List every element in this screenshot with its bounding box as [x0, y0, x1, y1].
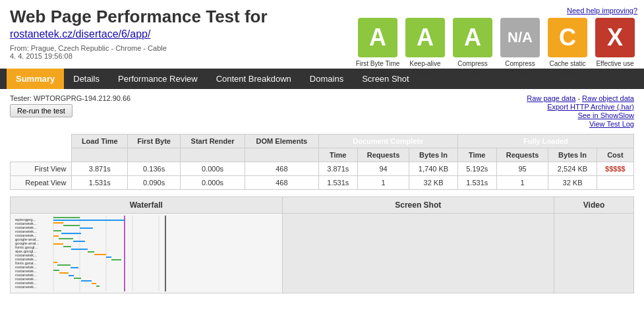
table-row: Repeat View 1.531s 0.090s 0.000s 468 1.5…: [11, 176, 634, 190]
first-view-label: First View: [11, 162, 72, 176]
nav-details[interactable]: Details: [64, 69, 109, 89]
svg-rect-28: [59, 272, 69, 274]
svg-rect-27: [53, 270, 59, 271]
video-header: Video: [554, 197, 633, 214]
svg-rect-11: [80, 227, 93, 229]
screenshot-column: Screen Shot: [283, 197, 555, 293]
svg-rect-24: [53, 262, 57, 263]
video-column: Video: [554, 197, 633, 293]
waterfall-header: Waterfall: [11, 197, 282, 214]
svg-rect-9: [53, 222, 63, 224]
col-header-start-render: Start Render: [181, 135, 245, 148]
see-showslow-link[interactable]: See in ShowSlow: [577, 111, 634, 119]
rerun-button[interactable]: Re-run the test: [10, 104, 73, 117]
table-row: First View 3.871s 0.136s 0.000s 468 3.87…: [11, 162, 634, 176]
svg-rect-12: [53, 230, 61, 231]
fl-col-requests: Requests: [496, 148, 548, 162]
first-view-fl-time: 5.192s: [457, 162, 496, 176]
repeat-view-fl-time: 1.531s: [457, 176, 496, 190]
svg-rect-13: [61, 233, 81, 234]
grade-letter-cdn: X: [595, 18, 635, 57]
view-log-link[interactable]: View Test Log: [589, 120, 634, 128]
grade-cache-static: C Cache static content: [545, 18, 590, 76]
dc-col-time: Time: [318, 148, 357, 162]
video-content: [554, 214, 633, 293]
repeat-view-first-byte: 0.090s: [128, 176, 181, 190]
first-view-fl-bytes: 2,524 KB: [548, 162, 597, 176]
svg-rect-16: [73, 241, 85, 242]
dc-col-bytes: Bytes In: [409, 148, 457, 162]
grade-letter-compress-images: N/A: [500, 18, 540, 57]
grade-label-cache-static: Cache static content: [545, 59, 590, 76]
svg-rect-7: [53, 217, 80, 218]
grades-area: Need help improving? A First Byte Time A…: [355, 7, 637, 76]
raw-page-link[interactable]: Raw page data: [527, 94, 575, 102]
tester-info: Tester: WPTORGPRG-194.212.90.66: [10, 94, 131, 102]
waterfall-chart-svg: wptorgprg... rostanetek... rostanetek...…: [14, 216, 192, 291]
svg-text:rostanetek...: rostanetek...: [15, 285, 37, 289]
tester-row: Tester: WPTORGPRG-194.212.90.66 Re-run t…: [10, 94, 634, 129]
nav-summary[interactable]: Summary: [7, 69, 64, 89]
screenshot-content: [283, 214, 554, 293]
bottom-section: Waterfall: [10, 196, 634, 293]
grade-letter-cache-static: C: [548, 18, 587, 57]
first-view-load-time: 3.871s: [72, 162, 128, 176]
col-header-load-time: Load Time: [72, 135, 128, 148]
repeat-view-fl-requests: 1: [496, 176, 548, 190]
action-links: Raw page data - Raw object data Export H…: [527, 94, 634, 129]
repeat-view-start-render: 0.000s: [181, 176, 245, 190]
svg-rect-22: [106, 256, 111, 258]
grade-letter-compress-transfer: A: [453, 18, 492, 57]
first-view-cost: $$$$$: [597, 162, 633, 176]
first-view-dc-requests: 94: [357, 162, 409, 176]
grade-first-byte: A First Byte Time: [355, 18, 400, 68]
nav-domains[interactable]: Domains: [301, 69, 353, 89]
svg-rect-15: [59, 238, 73, 239]
first-view-dc-bytes: 1,740 KB: [409, 162, 457, 176]
first-view-dc-time: 3.871s: [318, 162, 357, 176]
grade-label-compress-transfer: Compress Transfer: [450, 59, 495, 76]
grade-label-cdn: Effective use of CDN: [593, 59, 637, 76]
main-title: Web Page Performance Test for: [10, 7, 268, 26]
first-view-start-render: 0.000s: [181, 162, 245, 176]
repeat-view-dc-time: 1.531s: [318, 176, 357, 190]
svg-rect-33: [96, 286, 100, 287]
nav-performance-review[interactable]: Performance Review: [109, 69, 207, 89]
fl-col-time: Time: [457, 148, 496, 162]
raw-object-link[interactable]: Raw object data: [582, 94, 634, 102]
svg-rect-20: [88, 251, 94, 253]
svg-rect-31: [81, 280, 92, 282]
repeat-view-fl-bytes: 32 KB: [548, 176, 597, 190]
help-link[interactable]: Need help improving?: [567, 7, 637, 15]
nav-content-breakdown[interactable]: Content Breakdown: [207, 69, 301, 89]
export-http-link[interactable]: Export HTTP Archive (.har): [547, 103, 634, 111]
svg-rect-10: [63, 225, 80, 226]
fl-col-cost: Cost: [597, 148, 633, 162]
repeat-view-dom-elements: 468: [245, 176, 319, 190]
svg-rect-17: [53, 243, 63, 245]
waterfall-content: wptorgprg... rostanetek... rostanetek...…: [11, 214, 282, 293]
results-table: Load Time First Byte Start Render DOM El…: [10, 134, 634, 190]
fl-col-bytes: Bytes In: [548, 148, 597, 162]
svg-rect-23: [111, 259, 121, 260]
grade-label-keepalive: Keep-alive Enabled: [403, 59, 448, 76]
grade-label-compress-images: Compress Images: [498, 59, 542, 76]
svg-rect-19: [71, 249, 88, 250]
first-view-first-byte: 0.136s: [128, 162, 181, 176]
repeat-view-label: Repeat View: [11, 176, 72, 190]
grade-keepalive: A Keep-alive Enabled: [403, 18, 448, 76]
repeat-view-cost: [597, 176, 633, 190]
first-view-dom-elements: 468: [245, 162, 319, 176]
svg-rect-21: [94, 254, 106, 255]
grade-compress-images: N/A Compress Images: [498, 18, 542, 76]
screenshot-header: Screen Shot: [283, 197, 554, 214]
svg-rect-8: [53, 220, 125, 221]
grade-letter-first-byte: A: [358, 18, 397, 57]
svg-rect-26: [71, 267, 78, 268]
grade-cdn: X Effective use of CDN: [593, 18, 637, 76]
section-fully-loaded: Fully Loaded: [457, 135, 633, 148]
grade-letter-keepalive: A: [405, 18, 445, 57]
waterfall-column: Waterfall: [11, 197, 283, 293]
svg-rect-29: [69, 275, 74, 276]
col-header-dom-elements: DOM Elements: [245, 135, 319, 148]
